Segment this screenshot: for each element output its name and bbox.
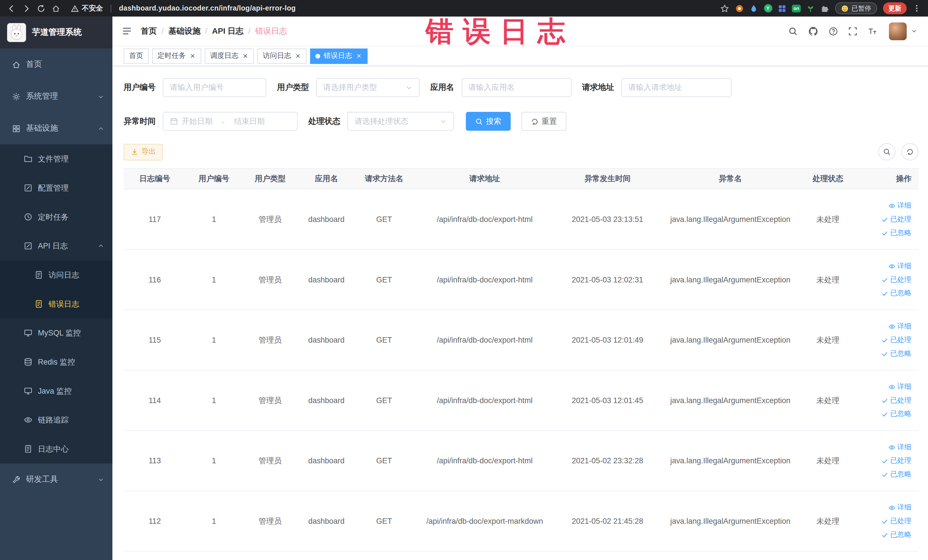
on-switch-extension-icon[interactable]: on [792, 4, 801, 12]
browser-home-icon[interactable] [51, 4, 60, 12]
screen: 不安全 dashboard.yudao.iocoder.cn/infra/log… [0, 0, 928, 560]
view-tab-error-log[interactable]: 错误日志 [310, 48, 368, 64]
site-security-chip[interactable]: 不安全 [71, 3, 103, 13]
request-url-placeholder: 请输入请求地址 [628, 82, 682, 93]
processed-action-link[interactable]: 已处理 [881, 395, 911, 405]
browser-menu-icon[interactable] [913, 4, 921, 12]
close-icon[interactable] [242, 53, 249, 60]
ignored-action-link[interactable]: 已忽略 [881, 349, 911, 359]
sidebar-item-system[interactable]: 系统管理 [0, 81, 112, 112]
detail-action-link[interactable]: 详细 [888, 322, 911, 331]
puzzle-extension-icon[interactable] [820, 4, 829, 12]
sidebar-item-java[interactable]: Java 监控 [0, 376, 112, 405]
sidebar-item-log-center[interactable]: 日志中心 [0, 435, 112, 464]
detail-action-link[interactable]: 详细 [888, 502, 911, 512]
view-tab-home[interactable]: 首页 [124, 48, 149, 64]
ignored-action-link[interactable]: 已忽略 [881, 409, 911, 419]
sidebar-item-config[interactable]: 配置管理 [0, 174, 112, 203]
cell-app_name: dashboard [298, 275, 355, 284]
search-toggle-button[interactable] [878, 143, 896, 160]
cell-app_name: dashboard [298, 336, 355, 344]
breadcrumb-item[interactable]: 基础设施 [168, 26, 200, 36]
drop-extension-icon[interactable] [749, 4, 758, 12]
detail-action-link[interactable]: 详细 [888, 442, 911, 452]
processed-action-link[interactable]: 已处理 [881, 335, 911, 345]
table-toolbar: 导出 [124, 143, 919, 160]
view-tab-job-log[interactable]: 调度日志 [205, 48, 254, 64]
request-url-input[interactable]: 请输入请求地址 [621, 78, 731, 97]
green-dot-extension-icon[interactable]: Y [763, 4, 772, 12]
sidebar-item-dev-tools[interactable]: 研发工具 [0, 463, 112, 495]
smiley-icon [841, 5, 849, 12]
ignored-action-link[interactable]: 已忽略 [881, 530, 911, 540]
sidebar-item-infra[interactable]: 基础设施 [0, 112, 112, 144]
grid-extension-icon[interactable] [778, 4, 786, 12]
search-button[interactable]: 搜索 [466, 112, 511, 131]
user-avatar[interactable] [889, 22, 917, 40]
chevron-up-icon [98, 243, 104, 249]
processed-action-link[interactable]: 已处理 [881, 516, 911, 526]
sidebar-item-redis[interactable]: Redis 监控 [0, 348, 112, 377]
sidebar-item-mysql[interactable]: MySQL 监控 [0, 318, 112, 348]
detail-action-link[interactable]: 详细 [888, 382, 911, 392]
detail-action-link[interactable]: 详细 [888, 261, 911, 271]
process-status-placeholder: 请选择处理状态 [355, 116, 409, 127]
sprout-extension-icon[interactable] [806, 4, 815, 12]
view-tab-access-log[interactable]: 访问日志 [257, 48, 307, 64]
cell-method: GET [355, 336, 414, 344]
sidebar-item-label: MySQL 监控 [38, 328, 81, 338]
close-icon[interactable] [295, 53, 301, 60]
sidebar-item-access-log[interactable]: 访问日志 [0, 261, 112, 290]
breadcrumb-item[interactable]: API 日志 [212, 26, 244, 36]
search-icon [475, 117, 483, 125]
browser-back-icon[interactable] [7, 4, 16, 12]
process-status-label: 处理状态 [308, 116, 340, 127]
sidebar-item-error-log[interactable]: 错误日志 [0, 289, 112, 318]
reset-button[interactable]: 重置 [522, 112, 566, 131]
ignored-action-link[interactable]: 已忽略 [881, 228, 911, 238]
action-label: 详细 [897, 322, 911, 331]
font-size-icon[interactable] [867, 26, 877, 36]
browser-forward-icon[interactable] [22, 4, 31, 12]
github-icon[interactable] [808, 26, 818, 36]
processed-action-link[interactable]: 已处理 [881, 214, 911, 224]
sidebar-item-label: 研发工具 [26, 474, 58, 485]
refresh-button[interactable] [902, 143, 919, 160]
check-icon [881, 471, 888, 478]
close-icon[interactable] [356, 53, 362, 60]
ignored-action-link[interactable]: 已忽略 [881, 288, 911, 298]
close-icon[interactable] [189, 53, 196, 60]
sidebar-toggle-button[interactable] [112, 16, 141, 46]
user-id-input[interactable]: 请输入用户编号 [163, 78, 266, 97]
search-icon[interactable] [788, 26, 798, 36]
view-tab-job[interactable]: 定时任务 [152, 48, 201, 64]
bookmark-star-icon[interactable] [720, 4, 729, 12]
help-icon[interactable] [829, 26, 838, 36]
sidebar-item-label: 访问日志 [49, 270, 79, 280]
sidebar-item-job[interactable]: 定时任务 [0, 203, 112, 232]
url-text[interactable]: dashboard.yudao.iocoder.cn/infra/log/api… [119, 4, 296, 12]
process-status-select[interactable]: 请选择处理状态 [348, 112, 454, 131]
sidebar-item-home[interactable]: 首页 [0, 49, 112, 81]
exception-time-range-picker[interactable]: 开始日期 - 结束日期 [163, 112, 298, 131]
fullscreen-icon[interactable] [848, 26, 858, 36]
record-extension-icon[interactable] [735, 4, 744, 12]
browser-reload-icon[interactable] [37, 4, 46, 12]
user-type-select[interactable]: 请选择用户类型 [316, 78, 420, 97]
processed-action-link[interactable]: 已处理 [881, 275, 911, 285]
ignored-action-link[interactable]: 已忽略 [881, 469, 911, 479]
sidebar-item-api-log[interactable]: API 日志 [0, 231, 112, 261]
sidebar-item-file[interactable]: 文件管理 [0, 144, 112, 174]
app-name-input[interactable]: 请输入应用名 [461, 78, 571, 97]
cell-time: 2021-05-02 23:32:28 [556, 456, 659, 465]
update-button[interactable]: 更新 [883, 2, 907, 14]
breadcrumb-item[interactable]: 首页 [141, 26, 157, 36]
view-tab-label: 定时任务 [157, 51, 186, 61]
action-label: 详细 [897, 201, 911, 211]
export-button[interactable]: 导出 [124, 143, 163, 160]
sidebar-item-trace[interactable]: 链路追踪 [0, 405, 112, 435]
detail-action-link[interactable]: 详细 [888, 201, 911, 211]
paused-badge[interactable]: 已暂停 [835, 2, 877, 14]
logo[interactable]: 芋道管理系统 [0, 17, 112, 49]
processed-action-link[interactable]: 已处理 [881, 456, 911, 465]
